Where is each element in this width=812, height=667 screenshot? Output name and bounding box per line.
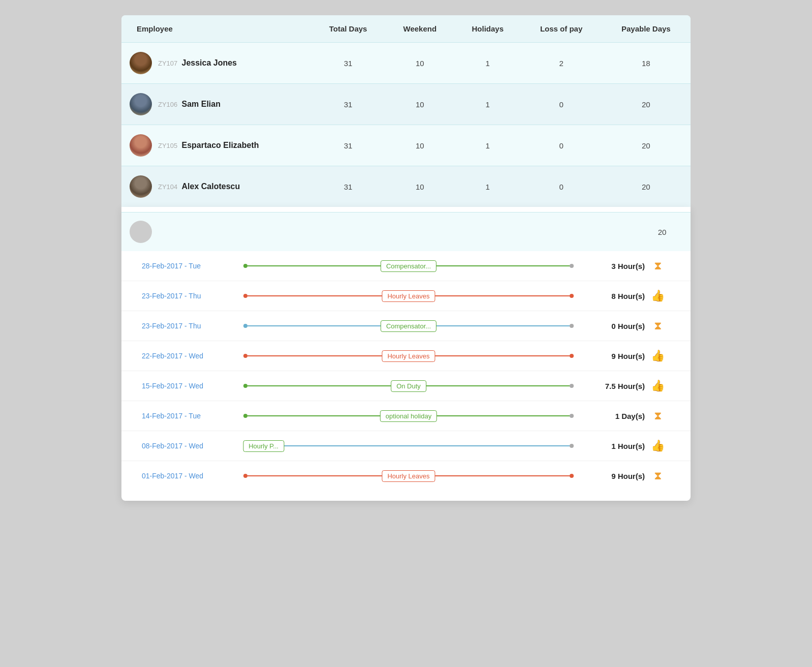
holidays-cell: 1	[454, 84, 521, 125]
payable-days-cell: 20	[602, 166, 691, 207]
detail-entry-row: 01-Feb-2017 - Wed Hourly Leaves 9 Hour(s…	[121, 461, 691, 491]
loss-of-pay-cell: 0	[521, 125, 601, 166]
col-header-loss-of-pay: Loss of pay	[521, 15, 601, 43]
detail-entry-row: 28-Feb-2017 - Tue Compensator... 3 Hour(…	[121, 251, 691, 281]
total-days-cell: 31	[311, 43, 386, 84]
total-days-cell: 31	[311, 84, 386, 125]
holidays-cell: 1	[454, 43, 521, 84]
detail-status-icon: 👍	[645, 379, 670, 392]
detail-hours: 1 Day(s)	[584, 412, 645, 420]
timeline: Hourly Leaves	[243, 471, 574, 481]
employee-cell: ZY107 Jessica Jones	[121, 43, 311, 84]
avatar	[130, 52, 152, 74]
payable-days-cell: 20	[602, 125, 691, 166]
timeline-dot-left	[243, 294, 247, 298]
employee-id: ZY105	[158, 142, 177, 149]
timeline: Compensator...	[243, 321, 574, 331]
main-container: Employee Total Days Weekend Holidays Los…	[121, 15, 691, 501]
employee-cell: ZY106 Sam Elian	[121, 84, 311, 125]
timeline: Compensator...	[243, 261, 574, 271]
timeline-dot-right	[570, 444, 574, 448]
timeline-label: Hourly Leaves	[382, 470, 435, 482]
holidays-cell: 1	[454, 166, 521, 207]
detail-date[interactable]: 28-Feb-2017 - Tue	[142, 262, 233, 270]
timeline-label: On Duty	[391, 380, 426, 392]
col-header-total-days: Total Days	[311, 15, 386, 43]
payable-days-cell: 20	[602, 84, 691, 125]
col-header-payable-days: Payable Days	[602, 15, 691, 43]
employee-id: ZY107	[158, 59, 177, 67]
detail-hours: 0 Hour(s)	[584, 322, 645, 330]
employee-cell: ZY104 Alex Calotescu	[121, 166, 311, 207]
avatar	[130, 134, 152, 157]
timeline-dot-right	[570, 414, 574, 418]
detail-date[interactable]: 23-Feb-2017 - Thu	[142, 322, 233, 330]
detail-status-icon: ⧗	[645, 319, 670, 332]
detail-date[interactable]: 01-Feb-2017 - Wed	[142, 472, 233, 480]
detail-hours: 7.5 Hour(s)	[584, 382, 645, 390]
timeline: On Duty	[243, 381, 574, 391]
timeline-dot-left	[243, 354, 247, 358]
weekend-cell: 10	[386, 43, 454, 84]
col-header-employee: Employee	[121, 15, 311, 43]
table-header-row: Employee Total Days Weekend Holidays Los…	[121, 15, 691, 43]
timeline: Hourly Leaves	[243, 351, 574, 361]
timeline-dot-right	[570, 384, 574, 388]
table-row[interactable]: ZY104 Alex Calotescu 31 10 1 0 20	[121, 166, 691, 207]
employee-name: Espartaco Elizabeth	[181, 141, 259, 149]
detail-entry-row: 23-Feb-2017 - Thu Compensator... 0 Hour(…	[121, 311, 691, 341]
partial-employee-row: 20	[121, 212, 691, 251]
col-header-holidays: Holidays	[454, 15, 521, 43]
detail-date[interactable]: 08-Feb-2017 - Wed	[142, 442, 233, 450]
detail-entry-row: 15-Feb-2017 - Wed On Duty 7.5 Hour(s) 👍	[121, 371, 691, 401]
detail-entry-row: 14-Feb-2017 - Tue optional holiday 1 Day…	[121, 401, 691, 431]
timeline-dot-left	[243, 264, 247, 268]
detail-entries: 28-Feb-2017 - Tue Compensator... 3 Hour(…	[121, 251, 691, 491]
employee-name: Sam Elian	[181, 100, 220, 108]
avatar	[130, 221, 152, 243]
detail-hours: 3 Hour(s)	[584, 262, 645, 270]
timeline-line	[247, 445, 570, 446]
timeline-label: Hourly Leaves	[382, 290, 435, 302]
col-header-weekend: Weekend	[386, 15, 454, 43]
total-days-cell: 31	[311, 166, 386, 207]
detail-status-icon: 👍	[645, 349, 670, 362]
detail-date[interactable]: 22-Feb-2017 - Wed	[142, 352, 233, 360]
detail-hours: 9 Hour(s)	[584, 472, 645, 480]
weekend-cell: 10	[386, 125, 454, 166]
timeline: optional holiday	[243, 411, 574, 421]
timeline-label: Hourly P...	[243, 440, 284, 452]
table-row[interactable]: ZY106 Sam Elian 31 10 1 0 20	[121, 84, 691, 125]
detail-hours: 8 Hour(s)	[584, 292, 645, 300]
timeline-inner: Hourly Leaves	[247, 471, 570, 481]
table-row[interactable]: ZY105 Espartaco Elizabeth 31 10 1 0 20	[121, 125, 691, 166]
timeline-label: Compensator...	[381, 260, 436, 272]
timeline-inner: On Duty	[247, 381, 570, 391]
timeline-dot-left	[243, 324, 247, 328]
weekend-cell: 10	[386, 166, 454, 207]
detail-status-icon: 👍	[645, 289, 670, 302]
timeline-inner: Hourly Leaves	[247, 351, 570, 361]
detail-date[interactable]: 15-Feb-2017 - Wed	[142, 382, 233, 390]
timeline: Hourly P...	[243, 441, 574, 451]
detail-entry-row: 23-Feb-2017 - Thu Hourly Leaves 8 Hour(s…	[121, 281, 691, 311]
loss-of-pay-cell: 0	[521, 84, 601, 125]
timeline: Hourly Leaves	[243, 291, 574, 301]
employee-table: Employee Total Days Weekend Holidays Los…	[121, 15, 691, 207]
detail-entry-row: 22-Feb-2017 - Wed Hourly Leaves 9 Hour(s…	[121, 341, 691, 371]
timeline-label: Hourly Leaves	[382, 350, 435, 362]
detail-hours: 1 Hour(s)	[584, 442, 645, 450]
detail-date[interactable]: 14-Feb-2017 - Tue	[142, 412, 233, 420]
table-row[interactable]: ZY107 Jessica Jones 31 10 1 2 18	[121, 43, 691, 84]
detail-entry-row: 08-Feb-2017 - Wed Hourly P... 1 Hour(s) …	[121, 431, 691, 461]
timeline-inner: Compensator...	[247, 261, 570, 271]
employee-id: ZY106	[158, 101, 177, 108]
employee-name: Alex Calotescu	[181, 182, 240, 191]
avatar	[130, 175, 152, 198]
detail-date[interactable]: 23-Feb-2017 - Thu	[142, 292, 233, 300]
timeline-dot-left	[243, 474, 247, 478]
timeline-dot-right	[570, 294, 574, 298]
employee-cell: ZY105 Espartaco Elizabeth	[121, 125, 311, 166]
weekend-cell: 10	[386, 84, 454, 125]
timeline-inner: Compensator...	[247, 321, 570, 331]
